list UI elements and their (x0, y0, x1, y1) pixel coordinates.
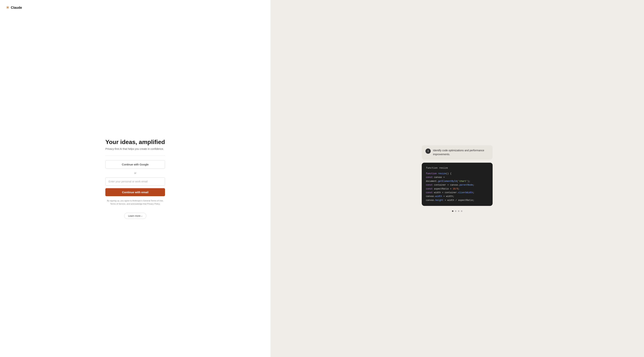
page-headline: Your ideas, amplified (105, 138, 165, 145)
code-content: function resize() {const canvas = docume… (426, 172, 488, 202)
top-divider (105, 156, 165, 156)
carousel-dot[interactable] (461, 210, 462, 212)
or-divider-text: or (105, 172, 165, 174)
form-container: Your ideas, amplified Privacy-first AI t… (0, 15, 270, 357)
carousel-dot[interactable] (455, 210, 456, 212)
prompt-text: Identify code optimizations and performa… (433, 148, 489, 156)
carousel-dot[interactable] (452, 210, 454, 212)
learn-more-button[interactable]: Learn more ↓ (124, 213, 146, 219)
page-subheadline: Privacy-first AI that helps you create i… (105, 147, 165, 150)
code-title: function resize (426, 166, 488, 169)
carousel-dots (452, 210, 462, 212)
prompt-card: i Identify code optimizations and perfor… (422, 145, 492, 160)
claude-logo-text: Claude (11, 6, 22, 10)
google-button[interactable]: Continue with Google (105, 160, 165, 169)
info-icon: i (426, 148, 431, 154)
logo-area: ✳ Claude (0, 0, 270, 15)
terms-text: By signing up, you agree to Anthropic's … (105, 199, 165, 205)
demo-container: i Identify code optimizations and perfor… (422, 145, 492, 212)
email-button[interactable]: Continue with email (105, 188, 165, 196)
code-card: function resize function resize() {const… (422, 163, 492, 206)
claude-logo-icon: ✳ (6, 5, 9, 10)
form-inner: Your ideas, amplified Privacy-first AI t… (105, 138, 165, 219)
carousel-dot[interactable] (458, 210, 460, 212)
email-input[interactable] (105, 177, 165, 186)
learn-more-area: Learn more ↓ (105, 213, 165, 219)
left-panel: ✳ Claude Your ideas, amplified Privacy-f… (0, 0, 270, 357)
right-panel: i Identify code optimizations and perfor… (270, 0, 644, 357)
